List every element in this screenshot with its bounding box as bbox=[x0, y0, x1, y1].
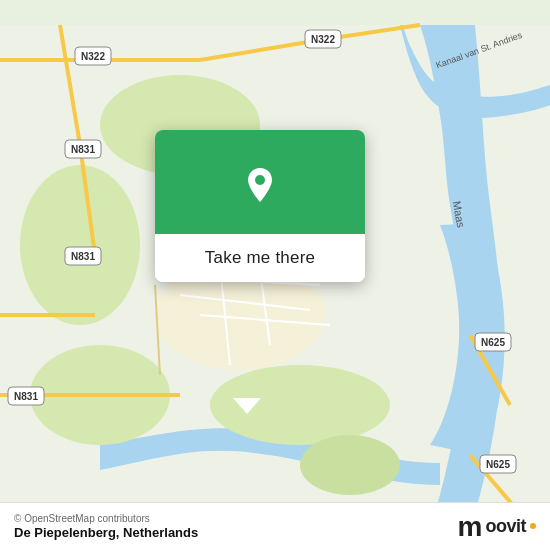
map-container: N322 N322 N831 N831 N831 N625 N625 Kanaa… bbox=[0, 0, 550, 550]
popup-green-area bbox=[155, 130, 365, 234]
popup-triangle bbox=[233, 398, 261, 414]
popup-card: Take me there bbox=[155, 130, 365, 282]
svg-point-2 bbox=[20, 165, 140, 325]
svg-point-5 bbox=[300, 435, 400, 495]
svg-text:N322: N322 bbox=[311, 34, 335, 45]
svg-text:N831: N831 bbox=[71, 144, 95, 155]
svg-text:N322: N322 bbox=[81, 51, 105, 62]
moovit-logo: m oovit bbox=[458, 513, 536, 541]
take-me-there-button[interactable]: Take me there bbox=[155, 234, 365, 282]
svg-text:N831: N831 bbox=[14, 391, 38, 402]
copyright-text: © OpenStreetMap contributors bbox=[14, 513, 198, 524]
svg-point-39 bbox=[255, 175, 265, 185]
bottom-bar: © OpenStreetMap contributors De Piepelen… bbox=[0, 502, 550, 550]
moovit-wordmark: oovit bbox=[486, 516, 527, 537]
svg-text:N625: N625 bbox=[486, 459, 510, 470]
location-pin-icon bbox=[233, 158, 287, 212]
location-name: De Piepelenberg, Netherlands bbox=[14, 525, 198, 540]
svg-text:N831: N831 bbox=[71, 251, 95, 262]
svg-text:N625: N625 bbox=[481, 337, 505, 348]
bottom-left: © OpenStreetMap contributors De Piepelen… bbox=[14, 513, 198, 540]
moovit-dot bbox=[530, 523, 536, 529]
moovit-m-letter: m bbox=[458, 513, 483, 541]
